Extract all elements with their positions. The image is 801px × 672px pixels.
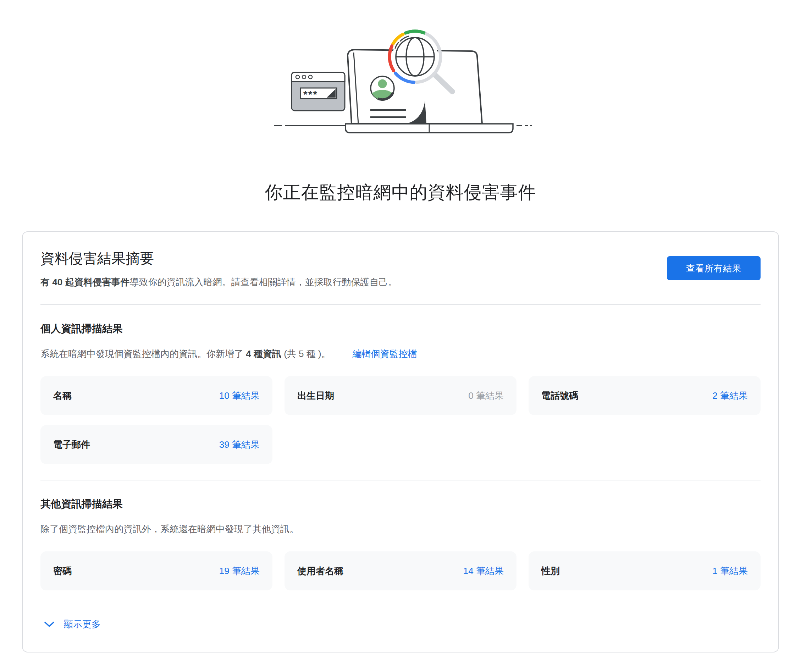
other-section-heading: 其他資訊掃描結果 [40,497,761,511]
tile-label: 電話號碼 [541,390,578,402]
personal-results-grid: 名稱 10 筆結果 出生日期 0 筆結果 電話號碼 2 筆結果 電子郵件 39 … [40,376,761,464]
tile-label: 名稱 [53,390,72,402]
view-all-results-button[interactable]: 查看所有結果 [667,256,761,280]
breach-count-text: 有 40 起資料侵害事件 [40,277,129,287]
breach-summary-card: 資料侵害結果摘要 有 40 起資料侵害事件導致你的資訊流入暗網。請查看相關詳情，… [22,231,779,653]
card-subtitle: 有 40 起資料侵害事件導致你的資訊流入暗網。請查看相關詳情，並採取行動保護自己… [40,276,397,289]
personal-section-description: 系統在暗網中發現個資監控檔內的資訊。你新增了 4 種資訊 (共 5 種 )。編輯… [40,347,761,361]
tile-label: 電子郵件 [53,438,90,451]
show-more-button[interactable]: 顯示更多 [40,618,101,630]
show-more-label: 顯示更多 [64,618,101,630]
hero-section: *** [0,0,801,205]
browser-window-password: *** [291,73,345,111]
result-tile-username[interactable]: 使用者名稱 14 筆結果 [285,551,516,590]
dark-web-monitoring-illustration: *** [264,18,537,137]
result-tile-birthdate: 出生日期 0 筆結果 [285,376,516,415]
edit-monitoring-profile-link[interactable]: 編輯個資監控檔 [352,348,417,359]
tile-result-count[interactable]: 2 筆結果 [712,390,748,402]
divider [40,480,761,480]
result-tile-gender[interactable]: 性別 1 筆結果 [529,551,761,590]
tile-result-count: 0 筆結果 [468,390,504,402]
tile-result-count[interactable]: 39 筆結果 [219,438,260,451]
card-header-text: 資料侵害結果摘要 有 40 起資料侵害事件導致你的資訊流入暗網。請查看相關詳情，… [40,248,397,289]
result-tile-phone[interactable]: 電話號碼 2 筆結果 [529,376,761,415]
divider [40,305,761,305]
password-field-icon: *** [301,88,337,100]
tile-label: 出生日期 [297,390,334,402]
tile-result-count[interactable]: 19 筆結果 [219,565,260,577]
personal-info-section: 個人資訊掃描結果 系統在暗網中發現個資監控檔內的資訊。你新增了 4 種資訊 (共… [40,321,761,464]
result-tile-name[interactable]: 名稱 10 筆結果 [40,376,272,415]
tile-label: 密碼 [53,565,72,577]
chevron-down-icon [44,621,55,628]
tile-result-count[interactable]: 1 筆結果 [712,565,748,577]
other-section-description: 除了個資監控檔內的資訊外，系統還在暗網中發現了其他資訊。 [40,522,761,536]
tile-label: 使用者名稱 [297,565,343,577]
personal-section-heading: 個人資訊掃描結果 [40,321,761,336]
result-tile-password[interactable]: 密碼 19 筆結果 [40,551,272,590]
tile-result-count[interactable]: 14 筆結果 [463,565,504,577]
result-tile-email[interactable]: 電子郵件 39 筆結果 [40,425,272,464]
other-info-section: 其他資訊掃描結果 除了個資監控檔內的資訊外，系統還在暗網中發現了其他資訊。 密碼… [40,497,761,590]
window-buttons-icon [296,75,312,79]
card-title: 資料侵害結果摘要 [40,248,397,268]
other-results-grid: 密碼 19 筆結果 使用者名稱 14 筆結果 性別 1 筆結果 [40,551,761,590]
tile-label: 性別 [541,565,560,577]
avatar-icon [371,76,394,100]
password-mask-text: *** [303,89,318,100]
added-info-count-text: 4 種資訊 [246,348,281,359]
page-title: 你正在監控暗網中的資料侵害事件 [0,180,801,205]
card-header: 資料侵害結果摘要 有 40 起資料侵害事件導致你的資訊流入暗網。請查看相關詳情，… [40,248,761,289]
tile-result-count[interactable]: 10 筆結果 [219,390,260,402]
